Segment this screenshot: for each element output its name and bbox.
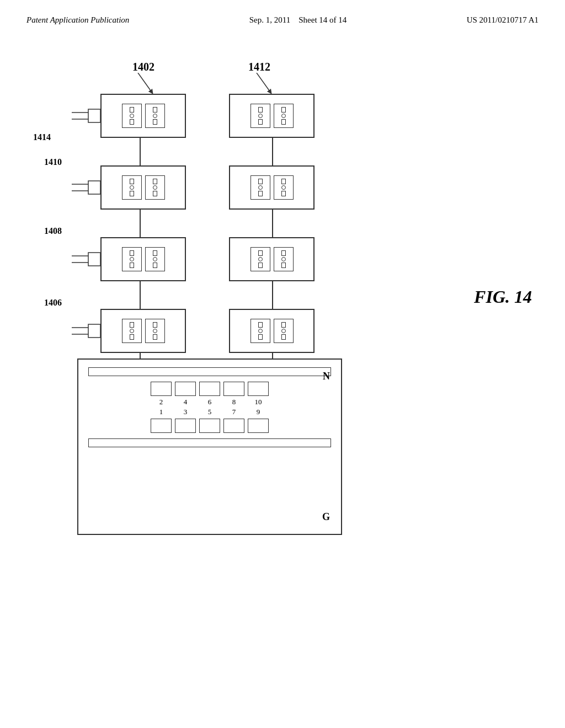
breaker-box-8	[223, 382, 244, 396]
breaker-box-10	[248, 382, 269, 396]
outlet-left-1	[100, 94, 186, 138]
breaker-num-7: 7	[223, 408, 244, 416]
receptacle	[145, 175, 165, 200]
breaker-num-2: 2	[151, 398, 172, 406]
breaker-num-5: 5	[199, 408, 220, 416]
arrow-1402	[121, 73, 166, 95]
breakers-bottom-boxes	[88, 419, 331, 433]
breaker-num-6: 6	[199, 398, 220, 406]
breaker-num-9: 9	[248, 408, 269, 416]
header-patent: US 2011/0210717 A1	[467, 15, 539, 25]
receptacle	[274, 104, 294, 128]
receptacle	[122, 175, 142, 200]
panel-bottom-bar	[88, 438, 331, 447]
receptacle	[250, 104, 270, 128]
outlet-left-2	[100, 165, 186, 210]
breaker-pair-8	[223, 382, 244, 396]
outlet-right-2	[229, 165, 315, 210]
breakers-top-boxes	[88, 382, 331, 396]
breaker-box-6	[199, 382, 220, 396]
breaker-box-3	[175, 419, 196, 433]
outlet-right-4	[229, 309, 315, 353]
svg-rect-16	[88, 109, 100, 122]
slot-top	[153, 107, 157, 113]
header-left: Patent Application Publication	[26, 15, 129, 25]
panel-label-N: N	[323, 371, 330, 382]
breaker-pair-7	[223, 419, 244, 433]
outlet-right-1	[229, 94, 315, 138]
outlet-left-3	[100, 237, 186, 281]
receptacle	[122, 247, 142, 271]
receptacle	[274, 247, 294, 271]
receptacle	[122, 319, 142, 343]
breaker-panel: N G	[77, 358, 342, 535]
breaker-pair-4	[175, 382, 196, 396]
breaker-num-4: 4	[175, 398, 196, 406]
receptacle	[250, 319, 270, 343]
slot-top	[130, 107, 134, 113]
breaker-box-7	[223, 419, 244, 433]
breaker-pair-5	[199, 419, 220, 433]
breaker-pair-2	[151, 382, 172, 396]
header-date: Sep. 1, 2011 Sheet 14 of 14	[249, 15, 347, 25]
breaker-num-1: 1	[151, 408, 172, 416]
label-1412: 1412	[248, 61, 270, 73]
slot-bottom	[153, 119, 157, 125]
breaker-pair-9	[248, 419, 269, 433]
outlet-right-3	[229, 237, 315, 281]
arrow-1412	[240, 73, 284, 95]
label-1406: 1406	[44, 298, 62, 308]
label-1410: 1410	[44, 157, 62, 167]
breaker-box-4	[175, 382, 196, 396]
breaker-num-3: 3	[175, 408, 196, 416]
outlet-left-4	[100, 309, 186, 353]
breaker-pair-6	[199, 382, 220, 396]
breaker-box-5	[199, 419, 220, 433]
receptacle	[250, 175, 270, 200]
panel-label-G: G	[322, 511, 330, 523]
panel-top-bar	[88, 367, 331, 376]
label-1414: 1414	[33, 132, 51, 142]
breaker-numbers-top: 2 4 6 8 10	[88, 398, 331, 406]
receptacle	[274, 319, 294, 343]
slot-dot	[130, 114, 134, 118]
receptacle	[250, 247, 270, 271]
label-1402: 1402	[132, 61, 154, 73]
svg-rect-22	[88, 253, 100, 266]
breaker-pair-10	[248, 382, 269, 396]
breaker-box-1	[151, 419, 172, 433]
svg-line-0	[138, 73, 152, 92]
receptacle	[145, 104, 165, 128]
label-1408: 1408	[44, 226, 62, 236]
receptacle	[274, 175, 294, 200]
receptacle	[145, 247, 165, 271]
breaker-num-10: 10	[248, 398, 269, 406]
breaker-pair-3	[175, 419, 196, 433]
page-header: Patent Application Publication Sep. 1, 2…	[0, 0, 565, 25]
breaker-numbers-bottom: 1 3 5 7 9	[88, 408, 331, 416]
svg-rect-19	[88, 181, 100, 194]
svg-line-1	[257, 73, 270, 92]
diagram-area: 1402 1412 1414 1410 1408 1406	[33, 61, 519, 700]
breaker-pair-1	[151, 419, 172, 433]
breaker-box-9	[248, 419, 269, 433]
receptacle	[122, 104, 142, 128]
slot-dot	[153, 114, 157, 118]
slot-bottom	[130, 119, 134, 125]
breaker-num-8: 8	[223, 398, 244, 406]
svg-rect-25	[88, 324, 100, 338]
breaker-box-2	[151, 382, 172, 396]
receptacle	[145, 319, 165, 343]
